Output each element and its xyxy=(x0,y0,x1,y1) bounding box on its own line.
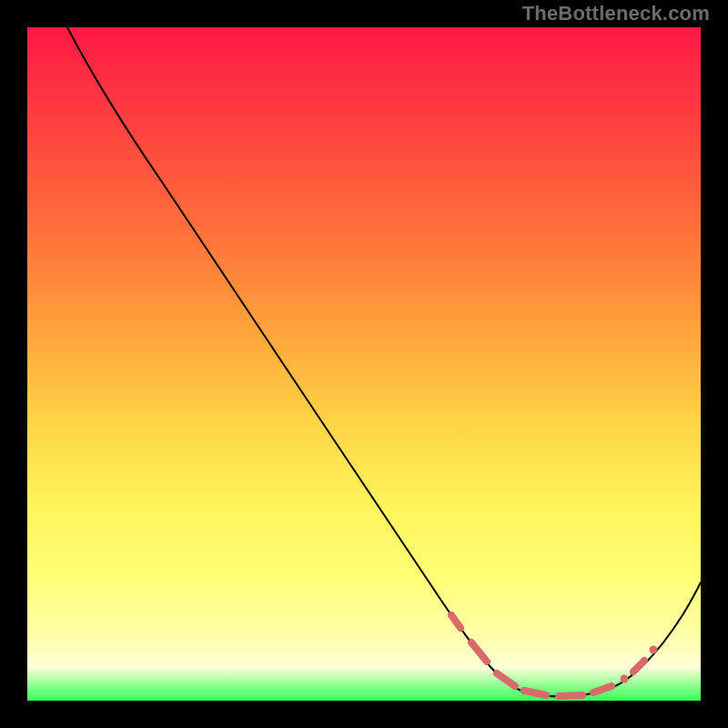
bottleneck-curve xyxy=(67,27,701,696)
svg-line-2 xyxy=(497,673,515,686)
svg-line-4 xyxy=(559,695,582,696)
svg-line-3 xyxy=(524,691,546,695)
attribution-text: TheBottleneck.com xyxy=(522,2,710,25)
svg-line-0 xyxy=(451,615,460,628)
svg-line-5 xyxy=(593,686,612,693)
optimal-range-markers xyxy=(451,615,658,696)
svg-line-1 xyxy=(471,642,487,662)
svg-point-8 xyxy=(650,646,658,654)
svg-point-6 xyxy=(621,675,629,683)
chart-frame: TheBottleneck.com xyxy=(0,0,728,728)
plot-area xyxy=(27,27,701,701)
chart-svg xyxy=(27,27,701,701)
svg-line-7 xyxy=(633,661,644,672)
